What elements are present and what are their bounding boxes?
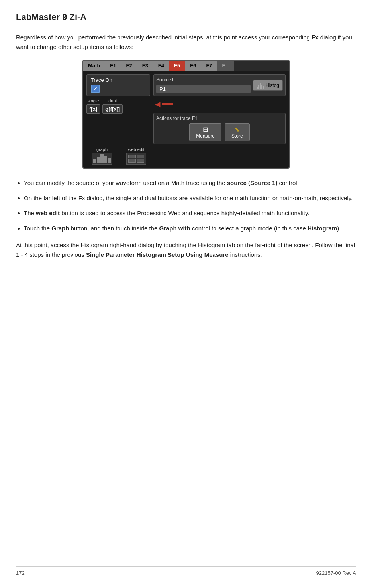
histogram-button[interactable]: Histog	[253, 80, 283, 91]
cell-4	[137, 159, 144, 163]
actions-title: Actions for trace F1	[156, 116, 283, 121]
graph-icon[interactable]	[92, 153, 112, 165]
dual-value[interactable]: g[f[x]]	[102, 104, 123, 114]
cell-3	[128, 159, 136, 163]
footer-page-number: 172	[16, 570, 25, 576]
conclusion-paragraph: At this point, access the Histogram righ…	[16, 240, 356, 260]
bar-1	[93, 159, 96, 163]
cell-1	[128, 155, 136, 158]
bar-2	[97, 157, 100, 163]
tab-f5[interactable]: F5	[169, 61, 185, 71]
page-title: LabMaster 9 Zi-A	[16, 12, 356, 26]
bullet-1: You can modify the source of your wavefo…	[24, 178, 356, 188]
tab-f4[interactable]: F4	[153, 61, 169, 71]
single-control: single f[x]	[86, 98, 100, 114]
bullet-2: On the far left of the Fx dialog, the si…	[24, 193, 356, 203]
single-label: single	[88, 98, 99, 103]
dual-label: dual	[108, 98, 117, 103]
intro-paragraph: Regardless of how you performed the prev…	[16, 33, 356, 52]
tab-f7[interactable]: F7	[201, 61, 217, 71]
left-panel: Trace On ✓ single f[x] dual g[f[x]]	[86, 74, 150, 144]
red-arrow-icon: ◄━━	[153, 99, 172, 110]
graph-label: graph	[96, 147, 108, 152]
measure-label: Measure	[196, 133, 215, 139]
cell-2	[137, 155, 144, 158]
actions-section: Actions for trace F1 ⊟ Measure ⬊ Store	[153, 113, 286, 144]
tab-f3[interactable]: F3	[137, 61, 153, 71]
measure-button[interactable]: ⊟ Measure	[189, 123, 221, 141]
bullet-3: The web edit button is used to access th…	[24, 208, 356, 218]
graph-webedit-row: graph web edit	[83, 147, 289, 168]
measure-icon: ⊟	[203, 126, 208, 133]
single-value[interactable]: f[x]	[86, 104, 100, 114]
action-buttons-row: ⊟ Measure ⬊ Store	[156, 123, 283, 141]
fx-dialog-wrapper: Math F1 F2 F3 F4 F5 F6 F7 F... Trace On …	[82, 60, 290, 169]
footer-doc-number: 922157-00 Rev A	[316, 570, 356, 576]
dual-control: dual g[f[x]]	[102, 98, 123, 114]
store-button[interactable]: ⬊ Store	[225, 123, 250, 141]
bar-5	[108, 158, 111, 163]
tab-f2[interactable]: F2	[121, 61, 137, 71]
trace-on-label: Trace On	[91, 77, 146, 83]
source-value[interactable]: P1	[156, 85, 251, 93]
webedit-label: web edit	[128, 147, 145, 152]
single-dual-row: single f[x] dual g[f[x]]	[86, 98, 150, 114]
arrow-annotation-row: ◄━━	[153, 98, 286, 110]
bullet-list: You can modify the source of your wavefo…	[24, 178, 356, 233]
footer: 172 922157-00 Rev A	[16, 566, 356, 576]
graph-area: graph	[86, 147, 118, 165]
dialog-body: Trace On ✓ single f[x] dual g[f[x]]	[83, 71, 289, 147]
histogram-label: Histog	[266, 83, 279, 88]
store-icon: ⬊	[235, 126, 240, 133]
source-row: Source1 P1	[156, 77, 283, 93]
right-panel: Source1 P1	[153, 74, 286, 144]
fx-dialog: Math F1 F2 F3 F4 F5 F6 F7 F... Trace On …	[82, 60, 290, 169]
trace-on-section: Trace On ✓	[86, 74, 150, 96]
tab-f8[interactable]: F...	[217, 61, 234, 71]
bar-3	[100, 154, 104, 163]
trace-on-checkbox[interactable]: ✓	[91, 85, 100, 93]
store-label: Store	[231, 133, 243, 139]
histogram-icon	[257, 82, 264, 89]
source-section: Source1 P1	[153, 74, 286, 96]
tab-f1[interactable]: F1	[105, 61, 121, 71]
tab-f6[interactable]: F6	[185, 61, 201, 71]
webedit-area: web edit	[121, 147, 152, 165]
screenshot-container: Math F1 F2 F3 F4 F5 F6 F7 F... Trace On …	[16, 60, 356, 169]
webedit-icon[interactable]	[126, 153, 146, 165]
bar-4	[104, 156, 107, 163]
tab-math[interactable]: Math	[83, 61, 105, 71]
source-controls: Source1 P1	[156, 77, 251, 93]
tab-bar: Math F1 F2 F3 F4 F5 F6 F7 F...	[83, 61, 289, 71]
bullet-4: Touch the Graph button, and then touch i…	[24, 224, 356, 233]
source-label: Source1	[156, 77, 251, 83]
